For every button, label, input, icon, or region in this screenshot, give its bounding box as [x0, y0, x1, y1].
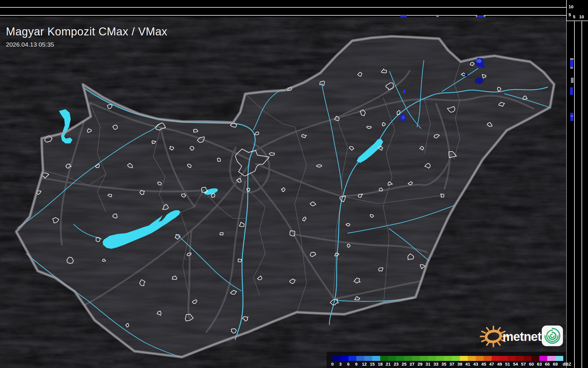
height-tick-10km: 10 — [569, 4, 574, 9]
legend-color-segment — [420, 356, 428, 361]
profile-echo — [571, 78, 574, 83]
legend-color-segment — [508, 356, 515, 361]
legend-color-segment — [444, 356, 452, 361]
profile-echo — [484, 16, 485, 17]
profile-echo — [477, 15, 484, 17]
legend-tick-label: 0 — [331, 362, 334, 366]
legend-tick-label: 35 — [442, 362, 447, 366]
legend-color-segment — [404, 356, 412, 361]
height-gridline — [574, 21, 575, 368]
legend-tick-label: 27 — [410, 362, 415, 366]
legend-color-segment — [340, 356, 348, 361]
profile-echo — [400, 15, 407, 17]
legend-tick-label: 63 — [537, 362, 542, 366]
height-gridline — [0, 7, 566, 8]
radar-composite-view: 10 5 5 10 Magyar Kompozit CMax / VMax 20… — [0, 0, 588, 368]
profile-echo — [570, 113, 573, 121]
legend-tick-label: 37 — [449, 362, 454, 366]
legend-color-segment — [332, 356, 340, 361]
legend-tick-label: 21 — [386, 362, 391, 366]
legend-tick-label: 39 — [457, 362, 462, 366]
legend-color-segment — [412, 356, 420, 361]
legend-tick-label: 15 — [370, 362, 375, 366]
legend-color-segment — [555, 356, 563, 361]
legend-color-segment — [436, 356, 444, 361]
legend-tick-label: 3 — [339, 362, 342, 366]
legend-tick-label: 66 — [545, 362, 550, 366]
metnet-wordmark: metnet — [503, 330, 542, 344]
profile-echo — [570, 115, 573, 117]
legend-color-segment — [372, 356, 380, 361]
legend-tick-label: 23 — [394, 362, 399, 366]
legend-color-segment — [452, 356, 460, 361]
legend-color-segment — [356, 356, 364, 361]
legend-tick-label: 29 — [418, 362, 423, 366]
legend-tick-label: 51 — [505, 362, 510, 366]
legend-tick-label: 33 — [434, 362, 439, 366]
legend-tick-label: 12 — [362, 362, 367, 366]
legend-color-segment — [500, 356, 508, 361]
legend-tick-label: 43 — [473, 362, 478, 366]
legend-color-segment — [539, 356, 547, 361]
legend-color-segment — [388, 356, 396, 361]
legend-color-segment — [547, 356, 555, 361]
legend-color-segment — [492, 356, 500, 361]
legend-color-segment — [523, 356, 531, 361]
legend-color-segment — [484, 356, 492, 361]
profile-echo — [570, 87, 573, 95]
right-profile-panel — [566, 21, 588, 368]
legend-tick-label: 9 — [355, 362, 358, 366]
height-tick-5km: 5 — [569, 12, 571, 17]
top-profile-panel — [0, 0, 566, 17]
legend-tick-label: 47 — [489, 362, 494, 366]
legend-tick-label: 18 — [378, 362, 383, 366]
legend-tick-label: 69 — [553, 362, 558, 366]
legend-tick-label: 31 — [426, 362, 431, 366]
dbz-color-scale: dBZ 036912151821232527293133353739414345… — [327, 352, 566, 368]
profile-axis-corner: 10 5 5 10 — [566, 0, 588, 21]
legend-color-segment — [380, 356, 388, 361]
metnet-app-icon — [542, 326, 563, 346]
legend-color-segment — [515, 356, 523, 361]
height-tick-5km-h: 5 — [573, 14, 575, 19]
legend-tick-label: 49 — [497, 362, 502, 366]
legend-tick-label: 6 — [347, 362, 350, 366]
legend-color-segment — [396, 356, 404, 361]
legend-tick-label: 45 — [481, 362, 486, 366]
legend-color-segment — [531, 356, 539, 361]
legend-tick-label: 25 — [402, 362, 407, 366]
height-gridline — [582, 21, 582, 368]
height-tick-10km-h: 10 — [579, 14, 584, 19]
legend-color-segment — [348, 356, 356, 361]
profile-echo — [436, 15, 439, 17]
profile-echo — [570, 60, 573, 67]
legend-color-segment — [460, 356, 468, 361]
dbz-unit-label: dBZ — [563, 362, 571, 366]
page-title: Magyar Kompozit CMax / VMax — [6, 25, 167, 38]
legend-tick-label: 57 — [521, 362, 526, 366]
legend-color-segment — [428, 356, 436, 361]
profile-echo — [570, 67, 573, 69]
legend-color-segment — [364, 356, 372, 361]
header: Magyar Kompozit CMax / VMax 2026.04.13 0… — [6, 25, 167, 48]
legend-color-segment — [468, 356, 476, 361]
legend-color-segment — [476, 356, 484, 361]
radar-map — [0, 0, 588, 368]
legend-tick-label: 60 — [529, 362, 534, 366]
legend-tick-label: 54 — [513, 362, 518, 366]
timestamp: 2026.04.13 05:35 — [6, 41, 167, 48]
metnet-logo: metnet — [480, 323, 565, 351]
legend-tick-label: 41 — [465, 362, 470, 366]
